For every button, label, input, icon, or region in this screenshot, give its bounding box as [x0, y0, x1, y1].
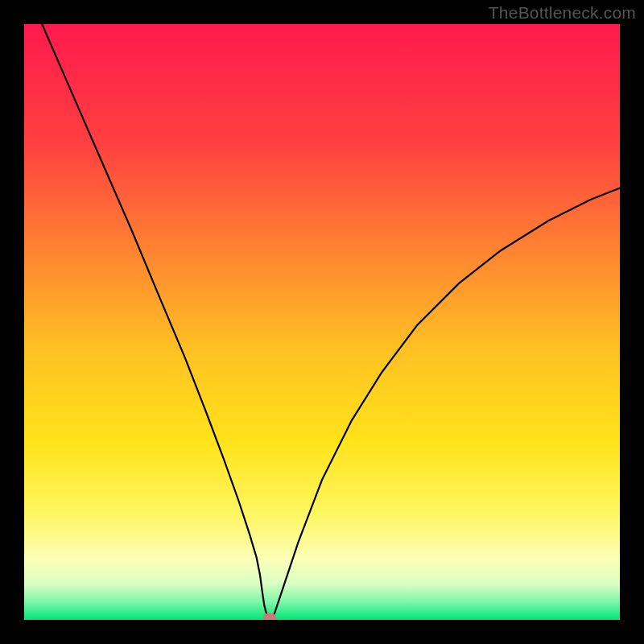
chart-frame: TheBottleneck.com [0, 0, 644, 644]
plot-area [24, 24, 620, 620]
watermark-text: TheBottleneck.com [489, 3, 636, 23]
bottleneck-chart [24, 24, 620, 620]
gradient-background [24, 24, 620, 620]
